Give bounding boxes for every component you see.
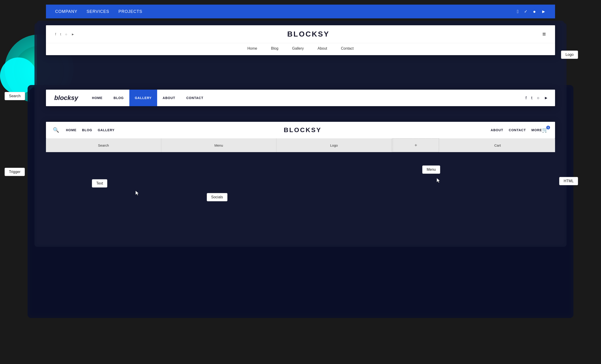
nav3-gallery[interactable]: GALLERY xyxy=(129,90,157,106)
nav4-more[interactable]: MORE xyxy=(531,128,542,132)
nav3-tw-icon[interactable]: t xyxy=(531,96,532,101)
nav3-contact[interactable]: CONTACT xyxy=(181,90,209,106)
yt-icon-left[interactable]: ► xyxy=(71,32,74,36)
nav4-blog[interactable]: BLOG xyxy=(82,128,92,132)
navbar1-socials:  ✓ ● ► xyxy=(517,9,546,14)
twitter-icon[interactable]: ✓ xyxy=(524,9,528,14)
fb-icon-left[interactable]: f xyxy=(55,32,56,36)
navbar4-container: 🔍 HOME BLOG GALLERY BLOCKSY ABOUT CONTAC… xyxy=(46,122,555,138)
tw-icon-left[interactable]: t xyxy=(60,32,61,36)
navbar1: COMPANY SERVICES PROJECTS  ✓ ● ► xyxy=(46,5,555,18)
navbar2-logo: BLOCKSY xyxy=(74,30,542,38)
youtube-icon[interactable]: ► xyxy=(541,9,546,14)
trigger-tooltip: Trigger xyxy=(5,168,25,176)
cart-badge: 5 xyxy=(546,126,550,129)
nav3-fb-icon[interactable]: f xyxy=(525,96,527,101)
seg-logo[interactable]: Logo xyxy=(276,138,392,152)
navbar4-nav-right: ABOUT CONTACT MORE xyxy=(491,128,542,132)
navbar1-link-company[interactable]: COMPANY xyxy=(55,9,77,14)
navbar1-container: COMPANY SERVICES PROJECTS  ✓ ● ► xyxy=(46,5,555,18)
navbar3-container: blocksy HOME BLOG GALLERY ABOUT CONTACT … xyxy=(46,90,555,106)
nav3-ig-icon[interactable]: ○ xyxy=(537,96,540,101)
navbar3-logo: blocksy xyxy=(46,90,86,106)
navbar2-nav: Home Blog Gallery About Contact xyxy=(46,43,555,55)
nav2-home[interactable]: Home xyxy=(247,46,257,51)
navbar2-social-left: f t ○ ► xyxy=(55,32,74,36)
nav2-about[interactable]: About xyxy=(318,46,327,51)
instagram-icon[interactable]: ● xyxy=(533,9,536,14)
html-tooltip: HTML xyxy=(559,177,578,185)
nav4-about[interactable]: ABOUT xyxy=(491,128,503,132)
ig-icon-left[interactable]: ○ xyxy=(65,32,67,36)
nav4-contact[interactable]: CONTACT xyxy=(509,128,526,132)
navbar1-link-services[interactable]: SERVICES xyxy=(87,9,109,14)
nav3-yt-icon[interactable]: ► xyxy=(544,96,548,101)
search-tooltip: Search xyxy=(5,92,25,100)
facebook-icon[interactable]:  xyxy=(517,9,519,14)
hamburger-icon[interactable]: ≡ xyxy=(542,30,546,38)
nav3-home[interactable]: HOME xyxy=(86,90,108,106)
nav3-blog[interactable]: BLOG xyxy=(108,90,129,106)
navbar4-logo: BLOCKSY xyxy=(284,126,322,134)
navbar2-top: f t ○ ► BLOCKSY ≡ xyxy=(46,25,555,43)
nav2-gallery[interactable]: Gallery xyxy=(292,46,304,51)
navbar4-nav-left: HOME BLOG GALLERY xyxy=(66,128,115,132)
navbar3-socials: f t ○ ► xyxy=(519,90,555,106)
navbar1-links: COMPANY SERVICES PROJECTS xyxy=(55,9,142,14)
navbar1-link-projects[interactable]: PROJECTS xyxy=(118,9,142,14)
navbar4: 🔍 HOME BLOG GALLERY BLOCKSY ABOUT CONTAC… xyxy=(46,122,555,138)
seg-plus-button[interactable]: + xyxy=(393,138,439,152)
nav2-blog[interactable]: Blog xyxy=(271,46,279,51)
nav2-contact[interactable]: Contact xyxy=(341,46,354,51)
segment-bar: Search Menu Logo + Cart xyxy=(46,138,555,152)
menu-tooltip: Menu xyxy=(422,165,440,174)
seg-search[interactable]: Search xyxy=(46,138,161,152)
cart-button[interactable]: 🛒 5 xyxy=(542,127,548,133)
nav4-home[interactable]: HOME xyxy=(66,128,77,132)
nav3-about[interactable]: ABOUT xyxy=(157,90,181,106)
socials-tooltip: Socials xyxy=(207,193,227,201)
navbar3: blocksy HOME BLOG GALLERY ABOUT CONTACT … xyxy=(46,90,555,106)
seg-cart[interactable]: Cart xyxy=(440,138,555,152)
navbar3-nav: HOME BLOG GALLERY ABOUT CONTACT xyxy=(86,90,519,106)
navbar2-container: f t ○ ► BLOCKSY ≡ Home Blog Gallery Abou… xyxy=(46,25,555,55)
seg-menu[interactable]: Menu xyxy=(161,138,277,152)
search-button[interactable]: 🔍 xyxy=(53,127,59,133)
logo-tooltip: Logo xyxy=(561,51,578,59)
text-tooltip: Text xyxy=(92,179,107,188)
nav4-gallery[interactable]: GALLERY xyxy=(98,128,114,132)
